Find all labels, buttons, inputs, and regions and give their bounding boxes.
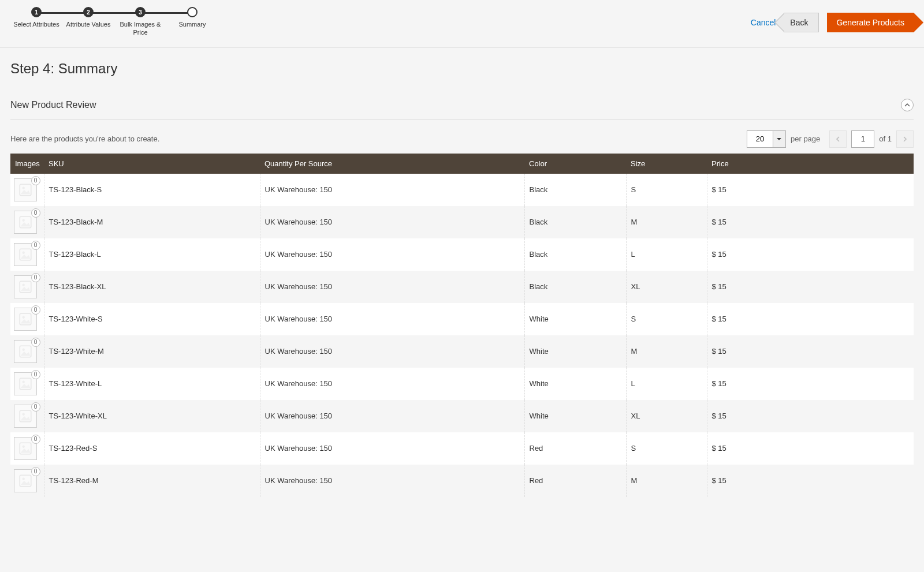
step-number-icon: 2 <box>83 7 94 17</box>
svg-point-19 <box>23 477 25 480</box>
wizard-steps: 1 Select Attributes 2 Attribute Values 3… <box>10 7 218 37</box>
cell-image: 0 <box>10 368 44 400</box>
image-count-badge: 0 <box>31 273 40 282</box>
per-page-input[interactable] <box>747 131 773 147</box>
per-page-label: per page <box>791 134 820 143</box>
svg-point-5 <box>23 251 25 253</box>
collapse-toggle[interactable] <box>901 99 914 111</box>
step-select-attributes[interactable]: 1 Select Attributes <box>10 7 62 29</box>
cell-sku: TS-123-White-S <box>44 303 260 335</box>
table-row: 0TS-123-White-MUK Warehouse: 150WhiteM$ … <box>10 335 914 368</box>
generate-products-button[interactable]: Generate Products <box>827 13 914 32</box>
cell-qty: UK Warehouse: 150 <box>260 400 524 432</box>
step-number-icon: 3 <box>135 7 146 17</box>
cell-size: M <box>626 465 707 497</box>
table-row: 0TS-123-White-SUK Warehouse: 150WhiteS$ … <box>10 303 914 335</box>
cell-qty: UK Warehouse: 150 <box>260 368 524 400</box>
cell-price: $ 15 <box>707 400 914 432</box>
cancel-link[interactable]: Cancel <box>751 18 776 27</box>
image-count-badge: 0 <box>31 305 40 315</box>
cell-qty: UK Warehouse: 150 <box>260 238 524 271</box>
chevron-left-icon <box>835 136 841 142</box>
cell-color: Black <box>524 206 626 238</box>
generate-label: Generate Products <box>836 18 904 27</box>
intro-text: Here are the products you're about to cr… <box>10 134 159 143</box>
grid-controls: Here are the products you're about to cr… <box>10 120 914 154</box>
cell-image: 0 <box>10 238 44 271</box>
cell-size: S <box>626 432 707 465</box>
cell-size: XL <box>626 271 707 303</box>
table-row: 0TS-123-Black-MUK Warehouse: 150BlackM$ … <box>10 206 914 238</box>
cell-color: White <box>524 335 626 368</box>
image-count-badge: 0 <box>31 467 40 476</box>
image-count-badge: 0 <box>31 402 40 412</box>
cell-size: S <box>626 174 707 206</box>
step-label: Attribute Values <box>66 21 111 29</box>
cell-qty: UK Warehouse: 150 <box>260 335 524 368</box>
step-summary[interactable]: Summary <box>166 7 218 29</box>
col-sku: SKU <box>44 154 260 174</box>
image-count-badge: 0 <box>31 241 40 250</box>
section-header: New Product Review <box>10 99 914 120</box>
col-qty: Quantity Per Source <box>260 154 524 174</box>
svg-point-1 <box>23 186 25 189</box>
cell-qty: UK Warehouse: 150 <box>260 206 524 238</box>
cell-color: White <box>524 368 626 400</box>
cell-size: S <box>626 303 707 335</box>
cell-sku: TS-123-Red-M <box>44 465 260 497</box>
page-number-input[interactable] <box>851 130 874 148</box>
pager: per page of 1 <box>747 130 914 148</box>
chevron-up-icon <box>904 102 910 108</box>
cell-sku: TS-123-Red-S <box>44 432 260 465</box>
cell-qty: UK Warehouse: 150 <box>260 303 524 335</box>
wizard-actions: Cancel Back Generate Products <box>751 7 914 32</box>
cell-sku: TS-123-White-L <box>44 368 260 400</box>
cell-image: 0 <box>10 400 44 432</box>
cell-price: $ 15 <box>707 465 914 497</box>
step-number-icon <box>187 7 198 17</box>
per-page-selector <box>747 130 786 148</box>
page-heading: Step 4: Summary <box>10 48 914 99</box>
col-price: Price <box>707 154 914 174</box>
cell-image: 0 <box>10 432 44 465</box>
cell-qty: UK Warehouse: 150 <box>260 174 524 206</box>
cell-qty: UK Warehouse: 150 <box>260 432 524 465</box>
cell-size: L <box>626 368 707 400</box>
cell-image: 0 <box>10 335 44 368</box>
cell-sku: TS-123-White-XL <box>44 400 260 432</box>
svg-point-3 <box>23 219 25 221</box>
table-row: 0TS-123-Black-XLUK Warehouse: 150BlackXL… <box>10 271 914 303</box>
cell-size: M <box>626 335 707 368</box>
cell-size: XL <box>626 400 707 432</box>
svg-point-13 <box>23 380 25 383</box>
step-label: Bulk Images & Price <box>114 21 166 37</box>
back-button[interactable]: Back <box>784 13 819 32</box>
cell-color: White <box>524 303 626 335</box>
per-page-dropdown[interactable] <box>773 131 785 147</box>
image-count-badge: 0 <box>31 176 40 185</box>
step-bulk-images-price[interactable]: 3 Bulk Images & Price <box>114 7 166 37</box>
image-count-badge: 0 <box>31 370 40 379</box>
cell-size: L <box>626 238 707 271</box>
image-count-badge: 0 <box>31 208 40 218</box>
step-number-icon: 1 <box>31 7 42 17</box>
cell-sku: TS-123-Black-XL <box>44 271 260 303</box>
cell-sku: TS-123-Black-M <box>44 206 260 238</box>
prev-page-button[interactable] <box>829 130 847 148</box>
cell-qty: UK Warehouse: 150 <box>260 465 524 497</box>
products-table: Images SKU Quantity Per Source Color Siz… <box>10 154 914 497</box>
next-page-button[interactable] <box>896 130 914 148</box>
cell-sku: TS-123-White-M <box>44 335 260 368</box>
cell-price: $ 15 <box>707 368 914 400</box>
step-attribute-values[interactable]: 2 Attribute Values <box>62 7 114 29</box>
table-header-row: Images SKU Quantity Per Source Color Siz… <box>10 154 914 174</box>
chevron-right-icon <box>902 136 908 142</box>
step-label: Select Attributes <box>13 21 59 29</box>
cell-image: 0 <box>10 465 44 497</box>
cell-size: M <box>626 206 707 238</box>
cell-image: 0 <box>10 206 44 238</box>
col-size: Size <box>626 154 707 174</box>
cell-sku: TS-123-Black-S <box>44 174 260 206</box>
cell-image: 0 <box>10 303 44 335</box>
table-row: 0TS-123-Red-SUK Warehouse: 150RedS$ 15 <box>10 432 914 465</box>
